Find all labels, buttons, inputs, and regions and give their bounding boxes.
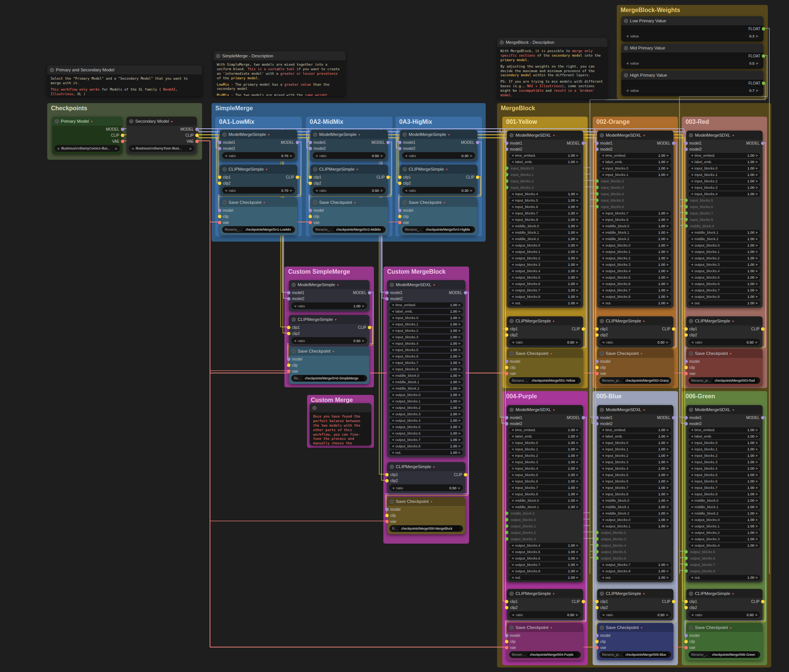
CLIP-output-slot[interactable] [464,473,467,476]
decrement-icon[interactable]: ◀ [511,288,514,292]
decrement-icon[interactable]: ◀ [691,282,693,285]
middle_block.1-widget[interactable]: ◀middle_block.11.00▶ [599,230,671,235]
next-icon[interactable]: ▶ [115,147,117,150]
decrement-icon[interactable]: ◀ [405,154,407,158]
input_blocks.1-widget[interactable]: ◀input_blocks.11.00▶ [688,172,760,177]
decrement-icon[interactable]: ◀ [511,192,514,196]
increment-icon[interactable]: ▶ [458,444,461,448]
model2-input-slot[interactable] [684,422,688,425]
MODEL-output-slot[interactable] [464,291,467,295]
CLIP-output-slot[interactable] [195,134,199,137]
decrement-icon[interactable]: ◀ [392,412,394,416]
increment-icon[interactable]: ▶ [458,432,461,435]
collapse-icon[interactable] [689,408,693,412]
note-note-models[interactable]: Primary and Secondary ModelSelect the "P… [47,65,202,96]
increment-icon[interactable]: ▶ [577,282,579,285]
output_blocks.8-widget[interactable]: ◀output_blocks.81.00▶ [599,294,671,299]
node-clipmerge-006[interactable]: CLIPMergeSimple●clip1CLIPclip2◀ratio0.50… [686,589,763,620]
increment-icon[interactable]: ▶ [667,256,669,260]
decrement-icon[interactable]: ◀ [511,447,514,451]
filename-widget[interactable]: filename_pr...checkpoints/Merge/002-Oran… [599,377,671,384]
increment-icon[interactable]: ▶ [756,62,759,65]
input_blocks.7-widget[interactable]: ◀input_blocks.71.00▶ [390,360,463,365]
increment-icon[interactable]: ▶ [577,473,579,476]
node-save-0a1[interactable]: Save Checkpoint●modelclipvaefilename_...… [220,198,297,235]
decrement-icon[interactable]: ◀ [405,189,407,192]
filename-widget[interactable]: fil...checkpoints/Merge/000-MergeBlock [390,525,463,532]
increment-icon[interactable]: ▶ [667,282,669,285]
input_blocks.1-widget[interactable]: ◀input_blocks.11.00▶ [390,322,463,327]
node-sdxl-006[interactable]: ModelMergeSDXL●model1MODELmodel2◀time_em… [686,405,763,582]
output_blocks.0-input-slot[interactable] [505,518,508,521]
output_blocks.2-widget[interactable]: ◀output_blocks.21.00▶ [599,256,671,261]
model2-input-slot[interactable] [308,147,312,150]
MODEL-output-slot[interactable] [121,127,124,131]
ratio-widget[interactable]: ◀ratio0.50▶ [688,611,760,618]
model2-input-slot[interactable] [505,422,508,425]
increment-icon[interactable]: ▶ [755,341,758,344]
output_blocks.5-widget[interactable]: ◀output_blocks.51.00▶ [390,424,463,430]
output_blocks.6-input-slot[interactable] [684,556,688,560]
decrement-icon[interactable]: ◀ [602,447,604,451]
note-note-simplemerge[interactable]: SimpleMerge - DescriptionWith SimpleMerg… [213,51,346,96]
input_blocks.1-input-slot[interactable] [505,173,508,176]
decrement-icon[interactable]: ◀ [511,275,514,279]
decrement-icon[interactable]: ◀ [602,288,604,292]
clip1-input-slot[interactable] [595,600,599,603]
decrement-icon[interactable]: ◀ [691,192,693,196]
input_blocks.7-widget[interactable]: ◀input_blocks.71.00▶ [599,485,671,490]
decrement-icon[interactable]: ◀ [602,492,604,496]
decrement-icon[interactable]: ◀ [691,231,693,234]
input_blocks.0-widget[interactable]: ◀input_blocks.01.00▶ [688,166,760,171]
model-input-slot[interactable] [595,634,599,637]
increment-icon[interactable]: ▶ [577,505,579,508]
decrement-icon[interactable]: ◀ [511,435,514,438]
node-sdxl-005[interactable]: ModelMergeSDXL●model1MODELmodel2◀time_em… [597,405,673,582]
CLIP-output-slot[interactable] [761,327,765,331]
output_blocks.2-input-slot[interactable] [505,531,508,534]
increment-icon[interactable]: ▶ [756,576,758,579]
middle_block.2-widget[interactable]: ◀middle_block.21.00▶ [599,511,671,516]
model2-input-slot[interactable] [595,148,599,151]
increment-icon[interactable]: ▶ [458,355,461,358]
increment-icon[interactable]: ▶ [667,295,669,298]
clip2-input-slot[interactable] [505,333,508,337]
decrement-icon[interactable]: ◀ [602,486,604,489]
vae-input-slot[interactable] [505,646,508,649]
decrement-icon[interactable]: ◀ [602,167,604,170]
vae-input-slot[interactable] [595,372,599,375]
out.-widget[interactable]: ◀out.1.00▶ [688,301,760,306]
decrement-icon[interactable]: ◀ [392,393,394,397]
clip-input-slot[interactable] [308,215,312,218]
out.-widget[interactable]: ◀out.1.00▶ [509,575,581,580]
decrement-icon[interactable]: ◀ [511,224,514,228]
ratio-widget[interactable]: ◀ratio0.50▶ [390,484,463,491]
decrement-icon[interactable]: ◀ [691,237,693,240]
decrement-icon[interactable]: ◀ [691,428,693,432]
increment-icon[interactable]: ▶ [756,473,758,476]
node-secondary-model[interactable]: Secondary Model●MODELCLIPVAE◀Illustrious… [126,117,197,154]
label_emb.-widget[interactable]: ◀label_emb.1.00▶ [688,434,760,439]
decrement-icon[interactable]: ◀ [602,295,604,298]
prev-icon[interactable]: ◀ [57,147,59,150]
output_blocks.1-widget[interactable]: ◀output_blocks.11.00▶ [599,524,671,529]
decrement-icon[interactable]: ◀ [392,451,394,454]
clip-input-slot[interactable] [684,640,688,643]
output_blocks.3-widget[interactable]: ◀output_blocks.31.00▶ [599,262,671,267]
decrement-icon[interactable]: ◀ [392,361,394,364]
model2-input-slot[interactable] [595,422,599,425]
increment-icon[interactable]: ▶ [756,295,758,298]
decrement-icon[interactable]: ◀ [691,576,693,579]
input_blocks.4-widget[interactable]: ◀input_blocks.41.00▶ [688,191,760,197]
input_blocks.6-widget[interactable]: ◀input_blocks.61.00▶ [599,479,671,484]
filename-widget[interactable]: filenam ...checkpoints/Merge/004-Purple [509,651,581,658]
node-modelmerge-0a2[interactable]: ModelMergeSimple●model1MODELmodel2◀ratio… [310,130,388,161]
decrement-icon[interactable]: ◀ [602,250,604,253]
decrement-icon[interactable]: ◀ [626,62,628,65]
CLIP-output-slot[interactable] [121,134,124,137]
node-clipmerge-0a1[interactable]: CLIPMergeSimple●clip1CLIPclip2◀ratio0.70… [220,165,297,196]
collapse-icon[interactable] [390,465,394,469]
decrement-icon[interactable]: ◀ [602,218,604,221]
group-title-checkpoints[interactable]: Checkpoints [47,103,202,114]
increment-icon[interactable]: ▶ [577,275,579,279]
